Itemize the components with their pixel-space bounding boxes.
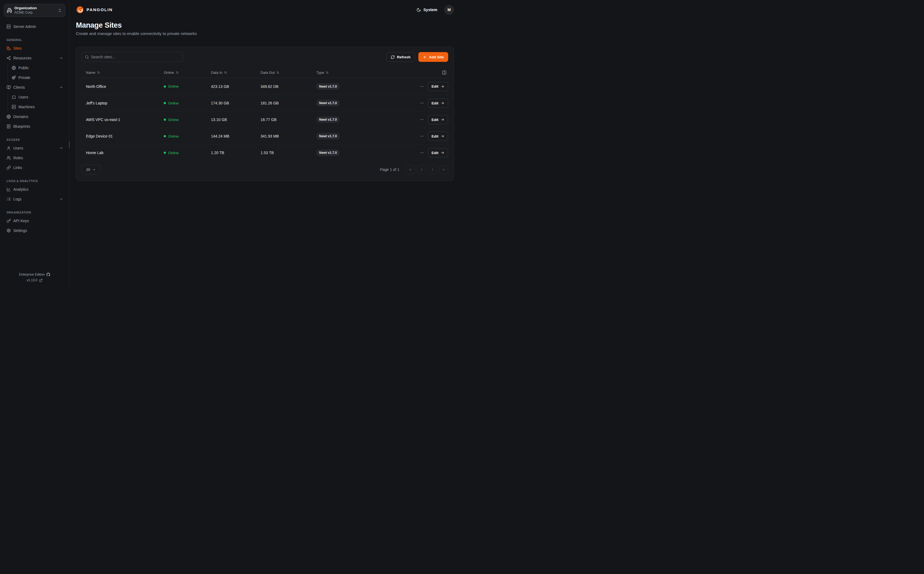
main-content: PANGOLIN System M Manage Sites Create an…: [69, 0, 462, 287]
laptop-icon: [12, 95, 16, 99]
sidebar-item-logs[interactable]: Logs: [4, 194, 65, 203]
section-label-organization: ORGANIZATION: [6, 211, 65, 214]
sidebar-footer: Enterprise Edition v1.13.0: [4, 271, 65, 283]
prev-page-button[interactable]: [417, 165, 426, 174]
sidebar-item-links[interactable]: Links: [4, 163, 65, 172]
sort-icon: [97, 71, 100, 74]
edit-button[interactable]: Edit: [428, 98, 448, 108]
column-header-data-out[interactable]: Data Out: [261, 71, 316, 75]
edit-button[interactable]: Edit: [428, 115, 448, 124]
row-menu-icon[interactable]: [420, 134, 424, 138]
column-header-type[interactable]: Type: [316, 71, 407, 75]
chevrons-up-down-icon: [58, 8, 62, 13]
last-page-button[interactable]: [439, 165, 448, 174]
page-size-select[interactable]: 20: [82, 165, 101, 174]
avatar[interactable]: M: [445, 5, 454, 15]
refresh-button[interactable]: Refresh: [387, 52, 415, 62]
sidebar-item-domains[interactable]: Domains: [4, 112, 65, 121]
logs-icon: [6, 197, 11, 201]
theme-toggle[interactable]: System: [416, 8, 437, 12]
table-row: North Office Online 423.13 GB 349.62 DB …: [82, 78, 448, 95]
external-link-icon[interactable]: [39, 279, 42, 282]
online-dot: [164, 102, 166, 104]
status-badge: Online: [168, 134, 179, 138]
edit-button[interactable]: Edit: [428, 82, 448, 91]
sidebar-item-label: Machines: [19, 105, 35, 109]
data-in-value: 13.10 GB: [211, 117, 261, 122]
sidebar-item-label: Roles: [13, 156, 23, 160]
column-header-online[interactable]: Online: [164, 71, 211, 75]
org-selector[interactable]: Organization ACME Corp.: [4, 4, 65, 17]
version-label: v1.13.0: [27, 278, 37, 282]
org-selector-value: ACME Corp.: [14, 10, 37, 15]
sidebar-item-label: Sites: [13, 46, 22, 50]
brand[interactable]: PANGOLIN: [76, 6, 113, 14]
type-badge: Newt v1.7.0: [316, 133, 339, 139]
section-label-logs-analytics: LOGS & ANALYTICS: [6, 179, 65, 183]
sort-icon: [325, 71, 328, 74]
toolbar: Refresh Add Site: [82, 52, 448, 62]
sidebar-item-server-admin[interactable]: Server Admin: [4, 22, 65, 31]
arrow-right-icon: [441, 134, 445, 138]
sidebar-scrollbar-thumb[interactable]: [69, 141, 70, 148]
chevron-up-icon: [60, 56, 63, 60]
next-page-button[interactable]: [428, 165, 437, 174]
analytics-icon: [6, 187, 11, 191]
type-badge: Newt v1.7.0: [316, 100, 339, 106]
chevron-down-icon: [60, 197, 63, 201]
sidebar-item-label: Settings: [13, 229, 27, 233]
refresh-label: Refresh: [397, 55, 410, 59]
row-menu-icon[interactable]: [420, 101, 424, 105]
sort-icon: [224, 71, 227, 74]
table-row: Jeff's Laptop Online 174.30 GB 181.26 GB…: [82, 95, 448, 111]
sites-icon: [6, 46, 11, 50]
row-menu-icon[interactable]: [420, 84, 424, 89]
sidebar-item-machines[interactable]: Machines: [8, 102, 65, 111]
sidebar-item-label: Analytics: [13, 187, 28, 191]
sidebar-item-resources[interactable]: Resources: [4, 54, 65, 62]
column-header-name[interactable]: Name: [82, 71, 164, 75]
sidebar-item-users[interactable]: Users: [4, 144, 65, 153]
add-site-button[interactable]: Add Site: [418, 52, 448, 62]
github-icon[interactable]: [46, 273, 50, 276]
sidebar-item-private[interactable]: Private: [8, 73, 65, 82]
section-label-access: ACCESS: [6, 138, 65, 141]
site-name: Edge Device 01: [82, 134, 164, 138]
add-site-label: Add Site: [429, 55, 444, 59]
online-dot: [164, 118, 166, 121]
row-menu-icon[interactable]: [420, 117, 424, 122]
sidebar-item-settings[interactable]: Settings: [4, 226, 65, 235]
data-in-value: 144.24 MB: [211, 134, 261, 138]
globe-icon: [6, 115, 11, 119]
sidebar-item-public[interactable]: Public: [8, 63, 65, 72]
edit-button[interactable]: Edit: [428, 132, 448, 141]
first-page-button[interactable]: [406, 165, 415, 174]
monitor-up-icon: [6, 85, 11, 90]
edit-button[interactable]: Edit: [428, 148, 448, 157]
key-icon: [6, 219, 11, 223]
sidebar-item-roles[interactable]: Roles: [4, 153, 65, 162]
sort-icon: [276, 71, 279, 74]
table-row: AWS VPC us-east-1 Online 13.10 GB 18.77 …: [82, 111, 448, 128]
columns-toggle-icon[interactable]: [442, 70, 446, 75]
sidebar-item-client-users[interactable]: Users: [8, 93, 65, 101]
sidebar-item-api-keys[interactable]: API Keys: [4, 216, 65, 225]
sidebar-item-sites[interactable]: Sites: [4, 44, 65, 53]
theme-label: System: [423, 8, 437, 12]
column-header-data-in[interactable]: Data In: [211, 71, 261, 75]
page-info: Page 1 of 1: [380, 167, 399, 172]
org-selector-label: Organization: [14, 6, 37, 10]
data-in-value: 174.30 GB: [211, 101, 261, 105]
sidebar: Organization ACME Corp. Server Admin GEN…: [0, 0, 69, 287]
sidebar-item-analytics[interactable]: Analytics: [4, 185, 65, 194]
row-menu-icon[interactable]: [420, 151, 424, 155]
sidebar-item-clients[interactable]: Clients: [4, 83, 65, 92]
page-title: Manage Sites: [76, 21, 454, 30]
search-input[interactable]: [91, 55, 180, 59]
search-box: [82, 52, 183, 62]
resources-subgroup: Public Private: [8, 63, 65, 83]
arrow-right-icon: [441, 85, 445, 88]
status-badge: Online: [168, 84, 179, 88]
sidebar-item-blueprints[interactable]: Blueprints: [4, 122, 65, 131]
site-name: AWS VPC us-east-1: [82, 117, 164, 122]
